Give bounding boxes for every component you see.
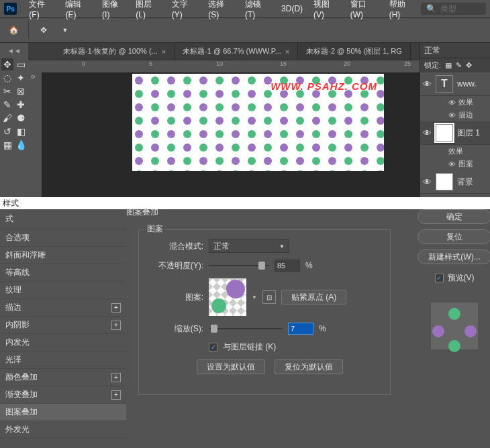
visibility-icon[interactable]: 👁 (423, 177, 432, 187)
lock-pixels-icon[interactable]: ▦ (445, 61, 452, 70)
blend-mode-dropdown[interactable]: 正常▼ (209, 239, 289, 253)
heal-tool[interactable]: ✚ (15, 99, 27, 111)
layer-name: 背景 (457, 176, 473, 188)
pattern-swatch[interactable] (209, 278, 246, 316)
link-label: 与图层链接 (K) (223, 341, 276, 353)
cancel-button[interactable]: 复位 (418, 229, 490, 244)
ruler-tick: 10 (216, 60, 223, 67)
ok-button[interactable]: 确定 (418, 209, 490, 224)
fx-effects[interactable]: 👁效果 (420, 96, 490, 109)
visibility-icon[interactable]: 👁 (423, 128, 432, 138)
layer-background[interactable]: 👁 背景 (420, 170, 490, 194)
menu-image[interactable]: 图像(I) (97, 0, 130, 19)
style-texture[interactable]: 纹理 (0, 282, 126, 299)
frame-tool[interactable]: ⊠ (15, 85, 27, 97)
opacity-input[interactable] (275, 260, 300, 272)
new-pattern-icon[interactable]: ⊡ (262, 290, 276, 304)
fx-pattern[interactable]: 👁图案 (420, 158, 490, 170)
style-inner-shadow[interactable]: 内阴影+ (0, 317, 126, 334)
canvas-viewport[interactable]: 0 WWW. PSAHZ. COM (28, 72, 420, 197)
history-brush-tool[interactable]: ↺ (1, 125, 13, 137)
lasso-tool[interactable]: ◌ (1, 72, 13, 84)
close-icon[interactable]: × (285, 48, 289, 56)
style-contour[interactable]: 等高线 (0, 264, 126, 282)
style-gradient-overlay[interactable]: 渐变叠加+ (0, 386, 126, 404)
eye-icon[interactable]: 👁 (448, 160, 456, 168)
close-icon[interactable]: × (162, 48, 166, 56)
add-icon[interactable]: + (111, 390, 121, 400)
eye-icon[interactable]: 👁 (448, 99, 456, 107)
visibility-icon[interactable]: 👁 (423, 79, 432, 89)
scale-input[interactable] (288, 323, 313, 335)
menu-3d[interactable]: 3D(D) (276, 4, 308, 13)
layer-1[interactable]: 👁 图层 1 (420, 121, 490, 145)
style-bevel[interactable]: 斜面和浮雕 (0, 247, 126, 264)
tab-doc3[interactable]: 未标题-2 @ 50% (图层 1, RG (298, 43, 411, 60)
preview-label: 预览(V) (448, 272, 475, 284)
menu-filter[interactable]: 滤镜(T) (240, 0, 276, 19)
ruler-tick: 0 (30, 75, 36, 78)
style-outer-glow[interactable]: 外发光 (0, 421, 126, 439)
layer-text[interactable]: 👁 T www. (420, 72, 490, 96)
menu-view[interactable]: 视图(V) (308, 0, 345, 19)
lock-move-icon[interactable]: ✥ (466, 61, 472, 70)
canvas[interactable]: WWW. PSAHZ. COM (132, 74, 384, 171)
crop-tool[interactable]: ✂ (1, 85, 13, 97)
group-title: 图案 (144, 223, 166, 235)
style-color-overlay[interactable]: 颜色叠加+ (0, 369, 126, 386)
stamp-tool[interactable]: ⚈ (15, 112, 27, 124)
move-tool-icon[interactable]: ✥ (37, 23, 50, 37)
fx-stroke[interactable]: 👁描边 (420, 109, 490, 121)
layer-style-dialog: 式 合选项 斜面和浮雕 等高线 纹理 描边+ 内阴影+ 内发光 光泽 颜色叠加+… (0, 209, 490, 448)
new-style-button[interactable]: 新建样式(W)... (418, 249, 490, 264)
brush-tool[interactable]: 🖌 (1, 112, 13, 124)
magic-wand-tool[interactable]: ✦ (15, 72, 27, 84)
style-pattern-overlay[interactable]: 图案叠加 (0, 404, 126, 421)
collapse-icon[interactable]: ◄◄ (1, 46, 27, 56)
menu-layer[interactable]: 图层(L) (130, 0, 166, 19)
preview-checkbox[interactable]: ✓ (435, 274, 444, 282)
menu-type[interactable]: 文字(Y) (166, 0, 203, 19)
menu-file[interactable]: 文件(F) (23, 0, 60, 19)
set-default-button[interactable]: 设置为默认值 (197, 359, 265, 374)
type-filter-input[interactable] (440, 4, 481, 13)
tab-doc2[interactable]: 未标题-1 @ 66.7% (WWW.P...× (175, 43, 298, 60)
snap-origin-button[interactable]: 贴紧原点 (A) (281, 290, 346, 304)
add-icon[interactable]: + (111, 321, 121, 330)
menu-select[interactable]: 选择(S) (203, 0, 240, 19)
tab-doc1[interactable]: 未标题-1-恢复的 @ 100% (...× (55, 43, 175, 60)
blend-mode-dropdown[interactable]: 正常 (420, 43, 490, 58)
menu-window[interactable]: 窗口(W) (345, 0, 384, 19)
blend-mode-row: 混合模式: 正常▼ (150, 239, 379, 253)
marquee-tool[interactable]: ▭ (15, 58, 27, 70)
chevron-down-icon[interactable]: ▼ (58, 23, 72, 37)
style-inner-glow[interactable]: 内发光 (0, 334, 126, 351)
scale-slider[interactable] (209, 328, 283, 329)
lock-label: 锁定: (424, 60, 441, 70)
style-stroke[interactable]: 描边+ (0, 299, 126, 317)
type-filter[interactable]: 🔍 (421, 3, 486, 15)
move-tool[interactable]: ✥ (1, 58, 13, 70)
lock-brush-icon[interactable]: ✎ (456, 61, 462, 70)
style-satin[interactable]: 光泽 (0, 351, 126, 369)
workspace: ◄◄ ✥ ▭ ◌ ✦ ✂ ⊠ ✎ ✚ 🖌 ⚈ ↺ ◧ ▦ 💧 未标题-1-恢复的… (0, 43, 490, 197)
ruler-tick: 25 (404, 60, 411, 67)
menu-help[interactable]: 帮助(H) (384, 0, 421, 19)
opacity-slider[interactable] (209, 265, 269, 266)
add-icon[interactable]: + (111, 303, 121, 313)
add-icon[interactable]: + (111, 373, 121, 382)
eyedropper-tool[interactable]: ✎ (1, 99, 13, 111)
style-blending-options[interactable]: 合选项 (0, 229, 126, 247)
fx-effects2[interactable]: 效果 (420, 145, 490, 158)
home-icon[interactable]: 🏠 (7, 23, 20, 37)
blur-tool[interactable]: 💧 (15, 139, 27, 151)
reset-default-button[interactable]: 复位为默认值 (275, 359, 343, 374)
opacity-row: 不透明度(Y): % (150, 260, 379, 272)
chevron-down-icon[interactable]: ▼ (252, 294, 257, 300)
eraser-tool[interactable]: ◧ (15, 125, 27, 137)
eye-icon[interactable]: 👁 (448, 111, 456, 119)
section-title: 图案叠加 (126, 207, 158, 218)
link-with-layer-checkbox[interactable]: ✓ (209, 343, 217, 351)
gradient-tool[interactable]: ▦ (1, 139, 13, 151)
menu-edit[interactable]: 编辑(E) (60, 0, 97, 19)
